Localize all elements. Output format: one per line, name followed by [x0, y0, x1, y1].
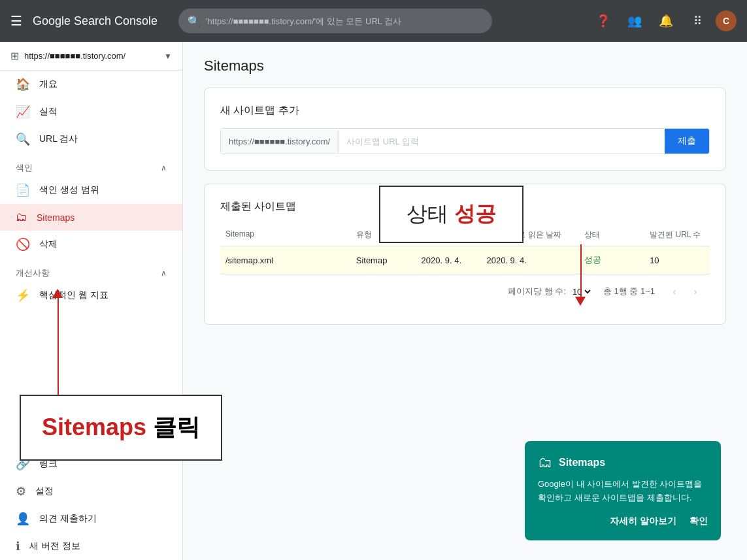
pagination-nav: ‹ › — [665, 282, 705, 301]
section-label-index: 색인 — [16, 162, 33, 174]
chevron-up-improvements-icon[interactable]: ∧ — [161, 269, 167, 278]
sidebar-item-core-web-vitals[interactable]: ⚡ 핵심적인 웹 지표 — [0, 282, 182, 309]
col-status: 상태 — [579, 229, 644, 240]
sidebar: ⊞ https://■■■■■■.tistory.com/ ▼ 🏠 개요 📈 실… — [0, 42, 183, 560]
sidebar-item-coverage[interactable]: 📄 색인 생성 범위 — [0, 176, 182, 204]
sidebar-item-overview[interactable]: 🏠 개요 — [0, 71, 182, 98]
sitemaps-icon: 🗂 — [16, 210, 27, 224]
page-title: Sitemaps — [204, 58, 726, 74]
table-row[interactable]: /sitemap.xml Sitemap 2020. 9. 4. 2020. 9… — [220, 246, 710, 274]
notifications-icon[interactable]: 🔔 — [653, 8, 679, 34]
feedback-icon: 👤 — [16, 512, 30, 526]
col-url-count: 발견된 URL 수 — [644, 229, 710, 240]
sidebar-item-removals[interactable]: 🚫 삭제 — [0, 231, 182, 258]
sidebar-item-label-overview: 개요 — [39, 78, 58, 90]
settings-icon: ⚙ — [16, 484, 26, 499]
tooltip-card: 🗂 Sitemaps Google이 내 사이트에서 발견한 사이트맵을 확인하… — [525, 441, 721, 540]
sidebar-item-url-inspection[interactable]: 🔍 URL 검사 — [0, 125, 182, 153]
red-arrow-sidebar — [52, 289, 63, 298]
sidebar-item-label-settings: 설정 — [35, 486, 54, 497]
cell-submitted: 2020. 9. 4. — [416, 255, 482, 265]
sitemap-input-row: https://■■■■■■.tistory.com/ 제출 — [220, 128, 710, 154]
sitemaps-annotation-suffix: 클릭 — [153, 414, 200, 440]
info-icon: ℹ — [16, 539, 20, 553]
add-sitemap-card: 새 사이트맵 추가 https://■■■■■■.tistory.com/ 제출 — [204, 88, 726, 171]
sidebar-item-new-version[interactable]: ℹ 새 버전 정보 — [0, 533, 182, 560]
red-line-sidebar — [58, 290, 59, 408]
sidebar-item-sitemaps[interactable]: 🗂 Sitemaps — [0, 204, 182, 231]
red-line-status — [580, 244, 582, 297]
sidebar-item-performance[interactable]: 📈 실적 — [0, 98, 182, 125]
site-selector[interactable]: ⊞ https://■■■■■■.tistory.com/ ▼ — [0, 42, 182, 71]
site-url: https://■■■■■■.tistory.com/ — [24, 51, 159, 61]
account-settings-icon[interactable]: 👥 — [622, 8, 648, 34]
coverage-icon: 📄 — [16, 183, 30, 197]
sidebar-item-label-performance: 실적 — [39, 106, 58, 118]
sidebar-item-label-url-inspection: URL 검사 — [39, 133, 78, 145]
status-annotation: 상태 성공 — [379, 186, 523, 243]
section-label-improvements: 개선사항 — [16, 267, 50, 279]
search-icon: 🔍 — [188, 15, 201, 27]
cell-last-read: 2020. 9. 4. — [481, 255, 579, 265]
table-footer: 페이지당 행 수: 10 25 총 1행 중 1~1 ‹ › — [220, 274, 710, 308]
sidebar-item-label-removals: 삭제 — [39, 239, 58, 250]
cell-status: 성공 — [579, 254, 644, 266]
performance-icon: 📈 — [16, 105, 30, 119]
status-annotation-prefix: 상태 — [407, 202, 448, 225]
search-bar[interactable]: 🔍 — [178, 8, 492, 33]
caret-down-icon: ▼ — [164, 52, 172, 61]
sidebar-item-label-coverage: 색인 생성 범위 — [39, 184, 99, 196]
removals-icon: 🚫 — [16, 237, 30, 252]
home-icon: 🏠 — [16, 77, 30, 91]
sitemap-url-prefix: https://■■■■■■.tistory.com/ — [221, 130, 339, 153]
rows-per-page-label: 페이지당 행 수: — [508, 286, 566, 297]
sitemap-url-input[interactable] — [339, 130, 665, 153]
search-nav-icon: 🔍 — [16, 132, 30, 146]
sitemap-submit-button[interactable]: 제출 — [665, 129, 709, 154]
tooltip-actions: 자세히 알아보기 확인 — [538, 516, 708, 527]
sidebar-item-feedback[interactable]: 👤 의견 제출하기 — [0, 505, 182, 533]
vitals-icon: ⚡ — [16, 288, 30, 303]
tooltip-confirm-button[interactable]: 확인 — [689, 516, 708, 527]
tooltip-sitemaps-icon: 🗂 — [538, 454, 552, 471]
top-navigation: ☰ Google Search Console 🔍 ❓ 👥 🔔 ⠿ C — [0, 0, 747, 42]
search-input[interactable] — [206, 16, 483, 26]
nav-icons: ❓ 👥 🔔 ⠿ C — [590, 8, 737, 34]
hamburger-menu-icon[interactable]: ☰ — [10, 13, 22, 29]
tooltip-header: 🗂 Sitemaps — [538, 454, 708, 471]
sitemaps-annotation: Sitemaps 클릭 — [20, 395, 222, 461]
help-icon[interactable]: ❓ — [590, 8, 616, 34]
grid-icon: ⊞ — [10, 50, 19, 62]
tooltip-learn-more-button[interactable]: 자세히 알아보기 — [610, 516, 676, 527]
section-header-index: 색인 ∧ — [0, 153, 182, 176]
prev-page-button[interactable]: ‹ — [665, 282, 684, 301]
status-annotation-value: 성공 — [454, 202, 496, 225]
add-sitemap-title: 새 사이트맵 추가 — [220, 104, 710, 118]
sidebar-item-label-sitemaps: Sitemaps — [37, 212, 75, 223]
red-arrow-status — [575, 297, 586, 306]
sitemaps-annotation-label: Sitemaps — [42, 414, 146, 440]
app-title: Google Search Console — [33, 14, 158, 28]
sidebar-item-label-feedback: 의견 제출하기 — [39, 513, 97, 525]
cell-url-count: 10 — [644, 255, 710, 265]
tooltip-title: Sitemaps — [559, 457, 605, 469]
section-header-improvements: 개선사항 ∧ — [0, 258, 182, 282]
col-sitemap: Sitemap — [220, 229, 351, 240]
pagination-total: 총 1행 중 1~1 — [603, 286, 655, 297]
apps-icon[interactable]: ⠿ — [684, 8, 710, 34]
sidebar-item-label-new-version: 새 버전 정보 — [29, 540, 80, 552]
sidebar-item-settings[interactable]: ⚙ 설정 — [0, 478, 182, 505]
tooltip-body: Google이 내 사이트에서 발견한 사이트맵을 확인하고 새로운 사이트맵을… — [538, 478, 708, 505]
avatar[interactable]: C — [716, 10, 737, 31]
chevron-up-icon[interactable]: ∧ — [161, 163, 167, 173]
cell-type: Sitemap — [351, 255, 416, 265]
next-page-button[interactable]: › — [686, 282, 705, 301]
sidebar-item-label-core-web-vitals: 핵심적인 웹 지표 — [39, 289, 108, 301]
cell-sitemap: /sitemap.xml — [220, 255, 351, 265]
